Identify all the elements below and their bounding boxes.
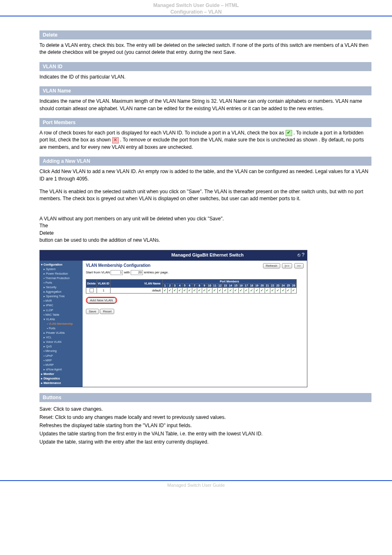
col-delete: Delete (86, 279, 97, 287)
sidebar-security[interactable]: ▸ Security (41, 285, 81, 289)
buttons-reset: Reset: Click to undo any changes made lo… (39, 414, 371, 420)
sidebar-private-vlans[interactable]: ▸ Private VLANs (41, 331, 81, 335)
footer-text: Managed Switch User Guide (0, 483, 392, 488)
section-vlanname-title: VLAN Name (39, 86, 371, 95)
sidebar-lldp[interactable]: ▸ LLDP (41, 308, 81, 312)
footer-divider (0, 480, 392, 481)
section-vlanid-body: Indicates the ID of this particular VLAN… (39, 74, 371, 81)
first-page-button[interactable]: |<< (282, 263, 292, 268)
main-panel: Refresh |<< >> VLAN Membership Configura… (83, 261, 307, 387)
section-vlanname-body: Indicates the name of the VLAN. Maximum … (39, 98, 371, 112)
top-right-buttons: Refresh |<< >> (262, 263, 304, 268)
start-from-row: Start from VLAN 1 with 20 entries per pa… (86, 270, 304, 275)
section-adding-p1: Click Add New VLAN to add a new VLAN ID.… (39, 168, 371, 183)
add-new-vlan-button[interactable]: Add New VLAN (87, 298, 116, 303)
cross-icon: ✕ (112, 137, 119, 143)
help-icon[interactable]: ? (302, 252, 304, 258)
sidebar-ports[interactable]: • Ports (41, 280, 81, 285)
app-screenshot: Managed GigaBit Ethernet Switch ⎋ ? ▾ Co… (39, 250, 307, 388)
col-portmembers: Port Members (163, 279, 297, 283)
sidebar-upnp[interactable]: • UPnP (41, 354, 81, 358)
delete-link[interactable]: Delete (39, 230, 54, 236)
reset-button[interactable]: Reset (100, 309, 114, 314)
sidebar-ipmc[interactable]: ▸ IPMC (41, 303, 81, 308)
section-portmembers-title: Port Members (39, 118, 371, 127)
start-from-label: Start from VLAN (86, 271, 110, 274)
section-delete-title: Delete (39, 30, 371, 39)
start-from-input[interactable]: 1 (111, 270, 123, 275)
vlanname-cell[interactable]: default (111, 287, 163, 293)
section-adding-p2: The VLAN is enabled on the selected swit… (39, 188, 371, 203)
header-divider (0, 16, 392, 16)
buttons-first: Updates the table starting from the firs… (39, 431, 371, 437)
sidebar-thermal[interactable]: • Thermal Protection (41, 276, 81, 280)
buttons-refresh: Refreshes the displayed table starting f… (39, 423, 371, 428)
app-title: Managed GigaBit Ethernet Switch (171, 252, 244, 257)
sidebar-vlan-ports[interactable]: • Ports (41, 326, 81, 331)
save-reset-row: Save Reset (86, 309, 304, 314)
sidebar-voice-vlan[interactable]: ▸ Voice VLAN (41, 340, 81, 344)
vlan-table: Delete VLAN ID VLAN Name Port Members 12… (86, 279, 297, 294)
sidebar-maintenance[interactable]: ▸ Maintenance (41, 381, 81, 385)
add-new-vlan-highlight: Add New VLAN (86, 297, 117, 304)
col-vlanid: VLAN ID (97, 279, 111, 287)
table-row: 1 default ✔✔✔✔✔✔✔✔✔✔✔✔✔✔✔✔✔✔✔✔✔✔✔✔✔✔ (86, 287, 297, 293)
add-new-vlan-link[interactable]: Add New VLAN (51, 169, 85, 174)
page-header-sub: Configuration – VLAN (0, 9, 392, 16)
port-checkbox[interactable]: ✔ (163, 287, 168, 293)
sidebar: ▾ Configuration ▸ System ▸ Power Reducti… (40, 261, 83, 387)
sidebar-config[interactable]: ▾ Configuration (41, 262, 81, 267)
entries-label: entries per page. (144, 271, 168, 274)
sidebar-mirroring[interactable]: • Mirroring (41, 349, 81, 353)
pm-text3: . To remove or exclude the port from the… (120, 137, 317, 143)
section-vlanid-title: VLAN ID (39, 62, 371, 71)
sidebar-mvr[interactable]: • MVR (41, 298, 81, 303)
pm-text1: A row of check boxes for each port is di… (39, 130, 286, 136)
section-delete-body: To delete a VLAN entry, check this box. … (39, 42, 371, 56)
sidebar-vlan-membership[interactable]: • VLAN Membership (41, 321, 81, 326)
sidebar-vlans[interactable]: ▾ VLANs (41, 317, 81, 321)
save-button[interactable]: Save (86, 309, 99, 314)
with-label: with (124, 271, 130, 274)
with-input[interactable]: 20 (131, 270, 143, 275)
sidebar-sflow[interactable]: ▸ sFlow Agent (41, 367, 81, 372)
section-adding-title: Adding a New VLAN (39, 157, 371, 166)
sidebar-qos[interactable]: ▸ QoS (41, 344, 81, 349)
buttons-save: Save: Click to save changes. (39, 406, 371, 412)
sidebar-mac-table[interactable]: • MAC Table (41, 312, 81, 317)
sidebar-diagnostics[interactable]: ▸ Diagnostics (41, 376, 81, 381)
sidebar-monitor[interactable]: ▸ Monitor (41, 372, 81, 376)
page-header-title: Managed Switch User Guide – HTML (0, 0, 392, 9)
section-portmembers-body: A row of check boxes for each port is di… (39, 130, 371, 151)
sidebar-mvrp[interactable]: • MVRP (41, 363, 81, 367)
buttons-section-title: Buttons (39, 393, 371, 402)
sidebar-aggregation[interactable]: ▸ Aggregation (41, 289, 81, 294)
next-page-button[interactable]: >> (294, 263, 304, 268)
sidebar-mrp[interactable]: • MRP (41, 358, 81, 363)
app-titlebar: Managed GigaBit Ethernet Switch ⎋ ? (40, 250, 307, 261)
col-vlanname: VLAN Name (111, 279, 163, 287)
section-adding-p3: A VLAN without any port members on any u… (39, 208, 371, 244)
vlanid-cell: 1 (97, 287, 111, 293)
sidebar-system[interactable]: ▸ System (41, 267, 81, 271)
sidebar-power[interactable]: ▸ Power Reduction (41, 271, 81, 276)
sidebar-spanning-tree[interactable]: ▸ Spanning Tree (41, 294, 81, 298)
refresh-button[interactable]: Refresh (263, 263, 280, 268)
buttons-next: Update the table, staring with the entry… (39, 439, 371, 445)
delete-cell[interactable] (86, 287, 97, 293)
logout-icon[interactable]: ⎋ (297, 252, 300, 258)
sidebar-vcl[interactable]: ▸ VCL (41, 335, 81, 340)
tick-icon: ✔ (286, 130, 292, 136)
titlebar-icons: ⎋ ? (297, 252, 304, 258)
